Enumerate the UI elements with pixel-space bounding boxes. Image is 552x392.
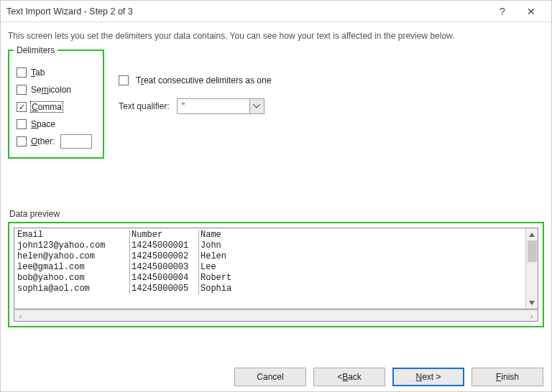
scroll-up-arrow-icon[interactable] [526, 228, 538, 241]
horizontal-scrollbar[interactable]: ‹ › [14, 309, 538, 322]
next-button[interactable]: Next > [392, 368, 464, 386]
text-qualifier-value: " [178, 99, 249, 113]
preview-col-number: Number 14245000001 14245000002 142450000… [129, 230, 198, 294]
title-bar: Text Import Wizard - Step 2 of 3 ? ✕ [1, 1, 551, 22]
description-text: This screen lets you set the delimiters … [1, 22, 551, 47]
other-input[interactable] [60, 134, 92, 149]
tab-label[interactable]: Tab [31, 67, 45, 78]
other-checkbox[interactable] [17, 136, 27, 146]
text-qualifier-label: Text qualifier: [119, 101, 170, 111]
preview-col-email: Email john123@yahoo.com helen@yahoo.com … [14, 230, 129, 294]
space-label[interactable]: Space [31, 119, 55, 129]
space-checkbox[interactable] [17, 119, 27, 129]
scroll-left-arrow-icon[interactable]: ‹ [14, 312, 27, 320]
vertical-scrollbar[interactable] [525, 228, 538, 309]
treat-consecutive-checkbox[interactable] [119, 75, 129, 85]
options-area: Treat consecutive delimiters as one Text… [119, 47, 271, 159]
delimiters-legend: Delimiters [14, 45, 58, 55]
other-label[interactable]: Other: [31, 136, 55, 146]
tab-checkbox[interactable] [17, 67, 27, 78]
delimiters-group: Delimiters Tab Semicolon Comma Space Oth… [8, 50, 104, 159]
data-preview-label: Data preview [8, 209, 544, 219]
back-button[interactable]: < Back [313, 368, 385, 386]
semicolon-label[interactable]: Semicolon [31, 85, 71, 95]
comma-checkbox[interactable] [17, 102, 27, 112]
preview-col-name: Name John Helen Lee Robert Sophia [198, 230, 515, 294]
preview-table: Email john123@yahoo.com helen@yahoo.com … [14, 230, 515, 294]
text-qualifier-combo[interactable]: " [177, 98, 264, 114]
data-preview-highlight: Email john123@yahoo.com helen@yahoo.com … [8, 222, 544, 327]
window-title: Text Import Wizard - Step 2 of 3 [6, 6, 488, 17]
cancel-button[interactable]: Cancel [234, 368, 306, 386]
scroll-down-arrow-icon[interactable] [526, 297, 538, 309]
button-bar: Cancel < Back Next > Finish [234, 368, 543, 386]
semicolon-checkbox[interactable] [17, 85, 27, 95]
data-preview-box: Email john123@yahoo.com helen@yahoo.com … [14, 228, 538, 309]
close-button[interactable]: ✕ [517, 6, 546, 17]
treat-consecutive-label[interactable]: Treat consecutive delimiters as one [136, 75, 271, 85]
finish-button[interactable]: Finish [472, 368, 543, 386]
help-button[interactable]: ? [488, 6, 517, 17]
comma-label[interactable]: Comma [31, 102, 63, 112]
chevron-down-icon[interactable] [249, 99, 264, 113]
scroll-thumb[interactable] [528, 241, 537, 262]
scroll-right-arrow-icon[interactable]: › [525, 312, 538, 320]
